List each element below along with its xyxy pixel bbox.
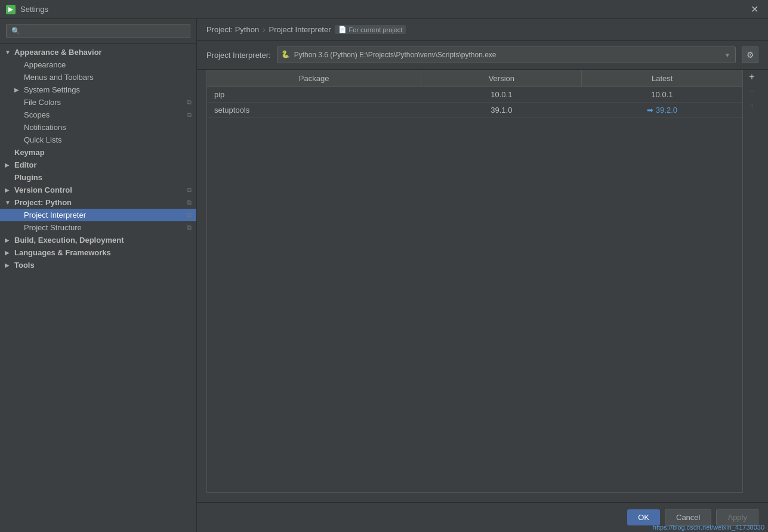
sidebar-item-quick-lists[interactable]: Quick Lists xyxy=(0,134,196,146)
breadcrumb-tag: 📄 For current project xyxy=(335,25,406,34)
expand-arrow: ▼ xyxy=(5,49,14,55)
expand-arrow: ▼ xyxy=(5,199,14,206)
sidebar-item-label: Menus and Toolbars xyxy=(24,73,192,82)
package-table-wrapper: Package Version Latest pip10.0.110.0.1se… xyxy=(197,70,768,502)
table-row[interactable]: pip10.0.110.0.1 xyxy=(207,87,742,103)
sidebar-item-appearance-behavior[interactable]: ▼ Appearance & Behavior xyxy=(0,46,196,58)
breadcrumb-separator: › xyxy=(263,25,265,34)
up-button[interactable]: ↑ xyxy=(745,99,758,112)
sidebar-item-tools[interactable]: ▶ Tools xyxy=(0,259,196,271)
sidebar: ▼ Appearance & Behavior Appearance Menus… xyxy=(0,19,197,532)
sidebar-item-menus-toolbars[interactable]: Menus and Toolbars xyxy=(0,71,196,83)
app-icon: ▶ xyxy=(6,5,16,14)
sidebar-item-project-interpreter[interactable]: Project Interpreter ⧉ xyxy=(0,209,196,221)
content-area: Project: Python › Project Interpreter 📄 … xyxy=(197,19,768,532)
sidebar-item-file-colors[interactable]: File Colors ⧉ xyxy=(0,96,196,109)
update-indicator: ➡ 39.2.0 xyxy=(589,106,735,115)
col-header-version: Version xyxy=(421,70,582,87)
sidebar-item-label: Notifications xyxy=(24,123,192,132)
copy-icon: ⧉ xyxy=(187,111,192,119)
interpreter-settings-button[interactable]: ⚙ xyxy=(742,47,758,63)
expand-arrow: ▶ xyxy=(14,86,24,93)
search-input[interactable] xyxy=(6,24,190,38)
window-title: Settings xyxy=(20,5,48,14)
tag-label: For current project xyxy=(349,26,403,33)
sidebar-item-notifications[interactable]: Notifications xyxy=(0,121,196,134)
sidebar-item-editor[interactable]: ▶ Editor xyxy=(0,159,196,171)
package-name: pip xyxy=(207,87,421,103)
title-bar-left: ▶ Settings xyxy=(6,5,48,14)
main-layout: ▼ Appearance & Behavior Appearance Menus… xyxy=(0,19,768,532)
close-button[interactable]: ✕ xyxy=(747,2,762,16)
copy-icon: ⧉ xyxy=(187,98,192,106)
expand-arrow: ▶ xyxy=(5,187,14,193)
add-package-button[interactable]: + xyxy=(745,70,758,83)
sidebar-item-scopes[interactable]: Scopes ⧉ xyxy=(0,109,196,121)
package-table: Package Version Latest pip10.0.110.0.1se… xyxy=(207,70,742,118)
sidebar-item-languages-frameworks[interactable]: ▶ Languages & Frameworks xyxy=(0,246,196,259)
package-version: 39.1.0 xyxy=(421,103,582,118)
nav-tree: ▼ Appearance & Behavior Appearance Menus… xyxy=(0,44,196,532)
sidebar-item-label: Scopes xyxy=(24,110,184,119)
sidebar-item-label: Project Structure xyxy=(24,223,184,232)
copy-icon: ⧉ xyxy=(187,199,192,206)
sidebar-item-label: Quick Lists xyxy=(24,135,192,144)
sidebar-item-label: Languages & Frameworks xyxy=(14,248,192,257)
package-latest: 10.0.1 xyxy=(582,87,742,103)
expand-arrow: ▶ xyxy=(5,262,14,268)
package-version: 10.0.1 xyxy=(421,87,582,103)
sidebar-item-label: Editor xyxy=(14,160,192,169)
package-name: setuptools xyxy=(207,103,421,118)
sidebar-item-label: System Settings xyxy=(24,85,192,94)
sidebar-item-keymap[interactable]: Keymap xyxy=(0,146,196,159)
dropdown-arrow-icon[interactable]: ▼ xyxy=(723,51,732,60)
sidebar-item-label: Build, Execution, Deployment xyxy=(14,236,192,245)
breadcrumb: Project: Python › Project Interpreter 📄 … xyxy=(197,19,768,41)
breadcrumb-project: Project: Python xyxy=(206,25,259,34)
python-icon: 🐍 xyxy=(281,50,291,60)
interpreter-select[interactable]: 🐍 Python 3.6 (Python) E:\Projects\Python… xyxy=(277,47,736,63)
sidebar-item-version-control[interactable]: ▶ Version Control ⧉ xyxy=(0,184,196,196)
sidebar-item-label: Tools xyxy=(14,261,192,270)
expand-arrow: ▶ xyxy=(5,162,14,168)
copy-icon: ⧉ xyxy=(187,224,192,231)
sidebar-item-label: Project: Python xyxy=(14,198,184,207)
arrow-right-icon: ➡ xyxy=(647,106,653,115)
search-box xyxy=(0,19,196,44)
table-header-row: Package Version Latest xyxy=(207,70,742,87)
sidebar-item-label: Project Interpreter xyxy=(24,211,184,219)
expand-arrow: ▶ xyxy=(5,249,14,256)
copy-icon: ⧉ xyxy=(187,186,192,194)
table-row[interactable]: setuptools39.1.0➡ 39.2.0 xyxy=(207,103,742,118)
col-header-latest: Latest xyxy=(582,70,742,87)
copy-icon: ⧉ xyxy=(187,211,192,219)
sidebar-item-label: Plugins xyxy=(14,173,192,182)
title-bar: ▶ Settings ✕ xyxy=(0,0,768,19)
sidebar-item-build-execution[interactable]: ▶ Build, Execution, Deployment xyxy=(0,234,196,246)
col-header-package: Package xyxy=(207,70,421,87)
sidebar-item-project-structure[interactable]: Project Structure ⧉ xyxy=(0,221,196,234)
sidebar-item-label: File Colors xyxy=(24,98,184,107)
breadcrumb-current: Project Interpreter xyxy=(269,25,331,34)
package-latest: ➡ 39.2.0 xyxy=(582,103,742,118)
interpreter-row: Project Interpreter: 🐍 Python 3.6 (Pytho… xyxy=(197,41,768,70)
sidebar-item-label: Appearance & Behavior xyxy=(14,48,192,57)
sidebar-item-label: Appearance xyxy=(24,60,192,69)
expand-arrow: ▶ xyxy=(5,237,14,243)
sidebar-item-plugins[interactable]: Plugins xyxy=(0,171,196,184)
sidebar-item-system-settings[interactable]: ▶ System Settings xyxy=(0,83,196,96)
sidebar-item-project-python[interactable]: ▼ Project: Python ⧉ xyxy=(0,196,196,209)
sidebar-item-label: Version Control xyxy=(14,185,184,194)
tag-icon: 📄 xyxy=(338,26,347,33)
interpreter-path: Python 3.6 (Python) E:\Projects\Python\v… xyxy=(294,51,720,59)
remove-package-button[interactable]: − xyxy=(745,85,758,98)
package-table-container: Package Version Latest pip10.0.110.0.1se… xyxy=(206,70,743,493)
sidebar-item-appearance[interactable]: Appearance xyxy=(0,58,196,71)
sidebar-item-label: Keymap xyxy=(14,148,192,157)
interpreter-label: Project Interpreter: xyxy=(206,51,271,60)
watermark: https://blog.csdn.net/weixin_41738030 xyxy=(649,522,768,532)
table-side-buttons: + − ↑ xyxy=(743,70,758,493)
